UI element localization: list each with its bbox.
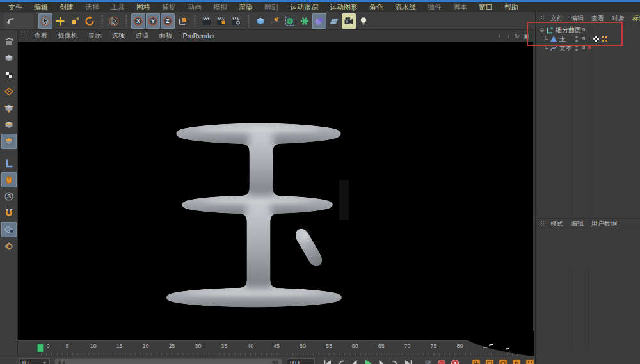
rotate-tool-icon[interactable] [83,13,97,29]
render-picture-viewer-icon[interactable] [214,13,228,29]
drag-grip-icon[interactable] [539,221,544,227]
polygons-mode-icon[interactable] [1,134,17,149]
ommeta-icon[interactable] [549,35,558,43]
menu-17[interactable]: 窗口 [473,2,499,12]
key-parameter-icon[interactable]: P [510,358,523,364]
om-row-玉[interactable]: └玉 [538,35,638,44]
timeline-playhead[interactable] [37,344,44,352]
viewport-menu-0[interactable]: 查看 [29,31,52,40]
add-subdivision-surface-icon[interactable] [283,13,297,29]
menu-2[interactable]: 创建 [54,2,79,12]
menu-7[interactable]: 动画 [182,2,207,12]
add-spline-pen-icon[interactable] [268,13,282,29]
edges-mode-icon[interactable] [1,117,17,132]
lock-workplane-icon[interactable] [1,222,17,237]
menu-4[interactable]: 工具 [105,2,131,12]
visibility-dots[interactable] [575,45,578,51]
add-environment-floor-icon[interactable] [327,13,341,29]
play-forward-icon[interactable] [362,358,374,364]
menu-13[interactable]: 角色 [364,2,389,12]
menu-12[interactable]: 运动图形 [324,2,364,12]
goto-prev-key-icon[interactable] [335,358,348,364]
workplane-mode-icon[interactable] [1,84,17,99]
menu-16[interactable]: 脚本 [447,2,473,12]
menu-10[interactable]: 雕刻 [259,2,284,12]
z-axis-lock-icon[interactable]: Z [161,13,175,29]
move-tool-icon[interactable] [53,13,67,29]
om-row-文本[interactable]: └文本✕ [538,44,638,52]
record-keyframe-icon[interactable] [435,358,448,364]
x-axis-lock-icon[interactable]: X [131,13,145,29]
key-rotation-icon[interactable] [497,358,509,364]
object-manager-tree[interactable]: ⊖细分曲面└玉└文本✕ [536,23,640,218]
menu-18[interactable]: 帮助 [499,2,524,12]
omtext-icon[interactable] [549,44,558,52]
model-mode-icon[interactable] [1,51,17,66]
selection-tag-icon[interactable] [602,36,608,42]
frame-range-slider[interactable]: 0 F 90 [54,358,282,364]
snap-settings-icon[interactable]: S [1,189,17,204]
live-selection-icon[interactable] [38,13,52,29]
autokey-help-icon[interactable]: ? [449,358,461,364]
snap-magnet-icon[interactable] [1,205,17,221]
add-camera-icon[interactable] [342,13,356,29]
texture-tag-icon[interactable] [593,36,600,42]
am-menu-0[interactable]: 模式 [547,219,567,228]
viewport-zoom-icon[interactable]: ↕ [504,33,513,40]
next-frame-icon[interactable] [375,358,388,364]
menu-15[interactable]: 插件 [422,2,447,12]
menu-1[interactable]: 编辑 [28,2,54,12]
frame-stepper-icon[interactable]: ◂▸ [42,360,47,364]
key-scale-icon[interactable] [483,358,496,364]
om-menu-2[interactable]: 查看 [588,14,608,23]
menu-9[interactable]: 渲染 [233,2,259,12]
om-menu-0[interactable]: 文件 [547,14,567,23]
make-editable-icon[interactable] [1,34,17,49]
menu-14[interactable]: 流水线 [389,2,422,12]
disabled-x-icon[interactable]: ✕ [587,44,592,51]
y-axis-lock-icon[interactable]: Y [146,13,160,29]
prev-frame-icon[interactable] [348,358,361,364]
keyframe-dim-icon[interactable] [422,358,435,364]
enable-toggle-icon[interactable] [582,28,585,31]
om-menu-4[interactable]: 标签 [628,14,640,23]
key-pla-icon[interactable] [524,358,536,364]
am-menu-2[interactable]: 用户数据 [588,219,621,228]
visibility-dots[interactable] [575,27,578,33]
enable-toggle-icon[interactable] [582,46,585,49]
add-volume-metaball-icon[interactable] [312,13,326,29]
visibility-dots[interactable] [575,36,578,42]
menu-0[interactable]: 文件 [3,2,28,12]
goto-start-icon[interactable] [321,358,334,364]
points-mode-icon[interactable] [1,100,17,116]
viewport-menu-prorender[interactable]: ProRender [178,32,221,40]
expand-toggle-icon[interactable]: ⊖ [538,27,545,33]
enable-axis-mode-icon[interactable] [1,155,17,171]
enable-toggle-icon[interactable] [582,37,585,40]
drag-grip-icon[interactable] [539,15,544,22]
viewport-menu-5[interactable]: 面板 [154,31,178,40]
last-tool-icon[interactable] [107,13,121,29]
viewport-interaction-icon[interactable] [1,172,17,187]
viewport-toggle-icon[interactable]: ▣ [522,33,531,40]
menu-11[interactable]: 运动跟踪 [284,2,324,12]
render-view-icon[interactable] [200,13,214,29]
menu-3[interactable]: 选择 [79,2,105,12]
om-row-细分曲面[interactable]: ⊖细分曲面 [538,26,638,35]
add-primitive-cube-icon[interactable] [253,13,268,29]
render-settings-icon[interactable] [229,13,243,29]
goto-next-key-icon[interactable] [388,358,401,364]
viewport-pan-icon[interactable]: + [495,33,504,40]
am-menu-1[interactable]: 编辑 [567,219,588,228]
current-frame-field[interactable]: 0 F ◂▸ [19,358,50,364]
end-frame-field[interactable]: 90 F [287,358,315,364]
viewport-menu-2[interactable]: 显示 [83,31,107,40]
undo-icon[interactable] [4,13,18,29]
object-name[interactable]: 文本 [558,44,572,52]
viewport-canvas[interactable] [18,42,533,340]
key-position-icon[interactable] [470,358,483,364]
scale-tool-icon[interactable] [68,13,82,29]
viewport-menu-4[interactable]: 过滤 [131,31,154,40]
menu-6[interactable]: 捕捉 [156,2,182,12]
viewport-menu-1[interactable]: 摄像机 [52,31,83,40]
